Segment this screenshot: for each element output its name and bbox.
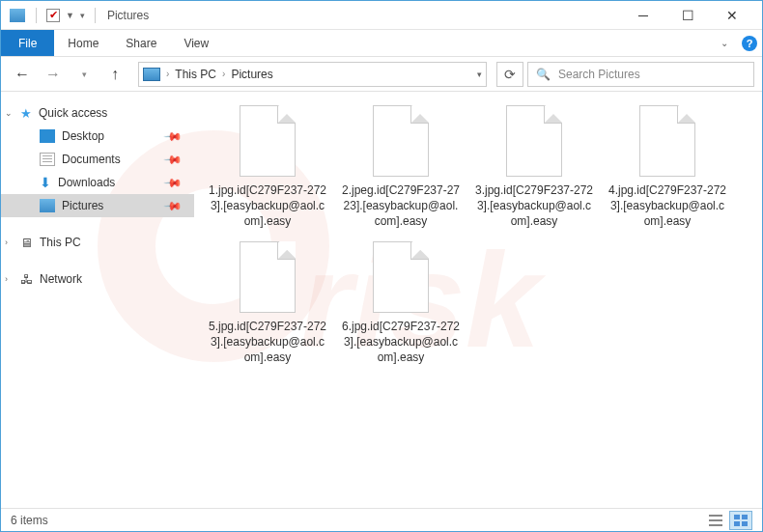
network-icon: 🖧 xyxy=(20,272,33,287)
back-button[interactable]: ← xyxy=(9,61,36,88)
pin-icon: 📌 xyxy=(163,150,184,170)
sidebar-item-network[interactable]: › 🖧 Network xyxy=(1,267,194,291)
sidebar-label: Desktop xyxy=(62,129,104,143)
file-name: 1.jpg.id[C279F237-2723].[easybackup@aol.… xyxy=(204,182,331,230)
file-icon xyxy=(373,105,429,177)
details-view-button[interactable] xyxy=(704,511,727,530)
breadcrumb-thispc[interactable]: This PC xyxy=(175,68,216,81)
sidebar-label: Documents xyxy=(62,153,121,166)
expand-icon[interactable]: › xyxy=(5,274,8,284)
sidebar-item-downloads[interactable]: ⬇ Downloads 📌 xyxy=(1,171,194,194)
up-button[interactable]: ↑ xyxy=(101,61,128,88)
icons-view-button[interactable] xyxy=(729,511,752,530)
svg-rect-1 xyxy=(709,519,722,521)
file-name: 4.jpg.id[C279F237-2723].[easybackup@aol.… xyxy=(604,182,731,230)
pc-icon: 🖥 xyxy=(20,236,33,250)
chevron-right-icon[interactable]: › xyxy=(222,69,225,79)
qat-dropdown-icon[interactable]: ▼ xyxy=(66,11,74,20)
collapse-icon[interactable]: ⌄ xyxy=(5,108,13,118)
help-button[interactable]: ? xyxy=(737,30,762,56)
search-input[interactable]: 🔍 Search Pictures xyxy=(527,62,754,87)
svg-rect-2 xyxy=(709,524,722,526)
file-icon xyxy=(240,105,296,177)
svg-rect-3 xyxy=(734,515,740,519)
file-item[interactable]: 4.jpg.id[C279F237-2723].[easybackup@aol.… xyxy=(604,105,731,230)
statusbar: 6 items xyxy=(1,508,762,531)
file-name: 3.jpg.id[C279F237-2723].[easybackup@aol.… xyxy=(470,182,598,230)
file-list[interactable]: 1.jpg.id[C279F237-2723].[easybackup@aol.… xyxy=(194,92,762,508)
file-menu[interactable]: File xyxy=(1,30,54,56)
document-icon xyxy=(40,153,55,166)
file-item[interactable]: 5.jpg.id[C279F237-2723].[easybackup@aol.… xyxy=(204,241,331,366)
qat-properties-icon[interactable]: ✔ xyxy=(46,9,60,22)
file-name: 6.jpg.id[C279F237-2723].[easybackup@aol.… xyxy=(337,319,465,366)
expand-icon[interactable]: › xyxy=(5,238,8,247)
file-name: 5.jpg.id[C279F237-2723].[easybackup@aol.… xyxy=(204,319,331,366)
file-item[interactable]: 6.jpg.id[C279F237-2723].[easybackup@aol.… xyxy=(337,241,465,366)
app-icon xyxy=(9,7,26,24)
pin-icon: 📌 xyxy=(163,173,184,193)
close-button[interactable]: ✕ xyxy=(710,1,754,30)
file-item[interactable]: 1.jpg.id[C279F237-2723].[easybackup@aol.… xyxy=(204,105,331,230)
address-dropdown-icon[interactable]: ▾ xyxy=(477,70,482,79)
minimize-button[interactable]: ─ xyxy=(621,1,665,30)
star-icon: ★ xyxy=(20,106,32,121)
file-icon xyxy=(639,105,695,177)
ribbon-expand-button[interactable]: ⌄ xyxy=(712,30,737,56)
nav-sidebar: ⌄ ★ Quick access Desktop 📌 Documents 📌 ⬇… xyxy=(1,92,194,508)
svg-rect-0 xyxy=(709,515,722,517)
tab-share[interactable]: Share xyxy=(112,30,170,56)
sidebar-item-desktop[interactable]: Desktop 📌 xyxy=(1,125,194,148)
sidebar-item-thispc[interactable]: › 🖥 This PC xyxy=(1,231,194,254)
file-item[interactable]: 2.jpeg.id[C279F237-2723].[easybackup@aol… xyxy=(337,105,465,230)
search-placeholder: Search Pictures xyxy=(558,68,640,81)
file-name: 2.jpeg.id[C279F237-2723].[easybackup@aol… xyxy=(337,182,465,230)
maximize-button[interactable]: ☐ xyxy=(665,1,710,30)
tab-view[interactable]: View xyxy=(170,30,222,56)
pin-icon: 📌 xyxy=(163,196,184,216)
titlebar: ✔ ▼ ▾ Pictures ─ ☐ ✕ xyxy=(1,1,762,30)
svg-rect-6 xyxy=(742,521,748,526)
breadcrumb-pictures[interactable]: Pictures xyxy=(231,68,272,81)
file-item[interactable]: 3.jpg.id[C279F237-2723].[easybackup@aol.… xyxy=(470,105,598,230)
sidebar-label: Pictures xyxy=(62,199,103,212)
download-icon: ⬇ xyxy=(40,175,51,190)
nav-toolbar: ← → ▾ ↑ › This PC › Pictures ▾ ⟳ 🔍 Searc… xyxy=(1,57,762,92)
sidebar-item-documents[interactable]: Documents 📌 xyxy=(1,148,194,171)
window-title: Pictures xyxy=(107,9,149,22)
chevron-right-icon[interactable]: › xyxy=(166,69,169,79)
svg-rect-4 xyxy=(742,515,748,519)
pictures-icon xyxy=(40,199,55,212)
sidebar-label: Quick access xyxy=(39,106,107,120)
location-icon xyxy=(143,68,160,81)
search-icon: 🔍 xyxy=(536,68,551,81)
svg-rect-5 xyxy=(734,521,740,526)
forward-button[interactable]: → xyxy=(40,61,67,88)
file-icon xyxy=(240,241,296,313)
address-bar[interactable]: › This PC › Pictures ▾ xyxy=(138,62,487,87)
pin-icon: 📌 xyxy=(163,126,184,147)
refresh-button[interactable]: ⟳ xyxy=(496,62,523,87)
sidebar-label: Downloads xyxy=(58,176,115,189)
sidebar-item-pictures[interactable]: Pictures 📌 xyxy=(1,194,194,217)
recent-dropdown[interactable]: ▾ xyxy=(71,61,98,88)
desktop-icon xyxy=(40,129,55,143)
sidebar-item-quickaccess[interactable]: ⌄ ★ Quick access xyxy=(1,101,194,125)
item-count: 6 items xyxy=(11,514,48,527)
file-icon xyxy=(373,241,429,313)
sidebar-label: This PC xyxy=(40,236,81,249)
file-icon xyxy=(506,105,562,177)
tab-home[interactable]: Home xyxy=(54,30,112,56)
sidebar-label: Network xyxy=(40,272,82,286)
ribbon: File Home Share View ⌄ ? xyxy=(1,30,762,57)
qat-customize-icon[interactable]: ▾ xyxy=(80,11,85,20)
